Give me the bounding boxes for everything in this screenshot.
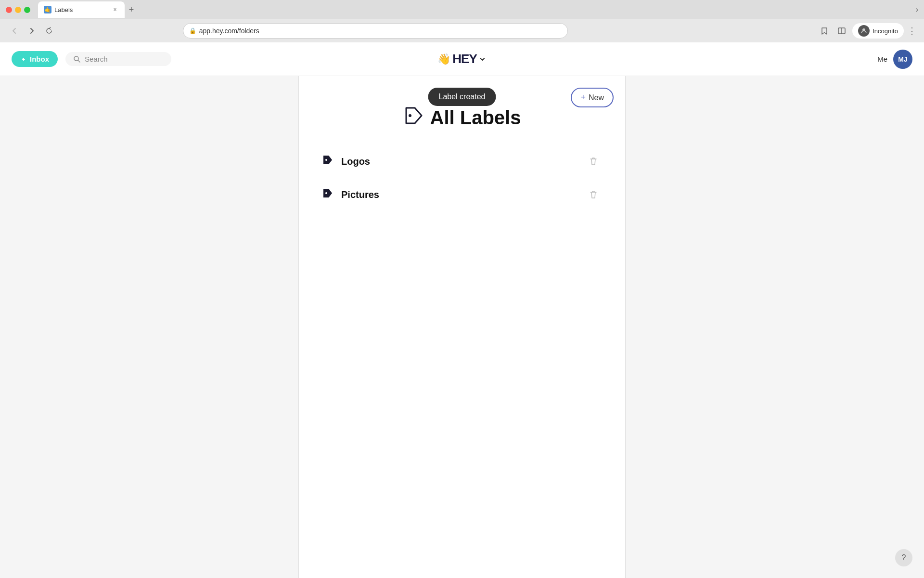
label-tag-icon-2 — [322, 187, 334, 202]
traffic-lights — [6, 7, 30, 13]
svg-line-4 — [78, 60, 80, 62]
browser-actions: Incognito ⋮ — [818, 23, 916, 39]
address-field[interactable]: 🔒 app.hey.com/folders — [183, 23, 568, 39]
browser-menu-button[interactable]: ⋮ — [908, 26, 916, 36]
content-panel: Label created + New All Labels — [298, 76, 626, 578]
new-tab-button[interactable]: + — [125, 3, 138, 16]
inbox-button[interactable]: Inbox — [12, 51, 58, 67]
tab-favicon-icon: 🤙 — [44, 6, 51, 13]
refresh-button[interactable] — [42, 24, 56, 38]
back-button[interactable] — [8, 24, 21, 38]
hey-logo: 👋 HEY — [437, 52, 486, 66]
label-item: Pictures — [322, 178, 602, 211]
help-button[interactable]: ? — [895, 549, 912, 566]
app-header: Inbox Search 👋 HEY Me MJ — [0, 42, 924, 76]
tab-overflow-icon: › — [916, 5, 918, 13]
tab-title: Labels — [54, 6, 108, 13]
hey-wave-icon: 👋 — [437, 53, 450, 66]
svg-point-5 — [409, 114, 411, 117]
delete-label-pictures-button[interactable] — [585, 186, 602, 203]
tab-bar: 🤙 Labels × + — [38, 1, 912, 18]
lock-icon: 🔒 — [189, 27, 196, 34]
labels-title-icon — [403, 105, 424, 131]
incognito-label: Incognito — [873, 27, 898, 35]
svg-point-6 — [325, 159, 327, 161]
label-icon — [403, 105, 424, 126]
close-window-button[interactable] — [6, 7, 12, 13]
forward-button[interactable] — [25, 24, 38, 38]
bookmark-button[interactable] — [818, 24, 831, 38]
main-area: Label created + New All Labels — [0, 76, 924, 578]
toast-message: Label created — [439, 92, 486, 101]
hey-logo-text: HEY — [452, 52, 476, 66]
label-tag-icon-1 — [322, 154, 334, 169]
split-view-button[interactable] — [835, 24, 848, 38]
page-title-section: All Labels — [299, 76, 625, 145]
page-title: All Labels — [430, 107, 521, 129]
label-item: Logos — [322, 145, 602, 178]
user-avatar[interactable]: MJ — [893, 50, 912, 69]
me-label: Me — [877, 55, 887, 63]
label-name-logos: Logos — [341, 156, 585, 167]
incognito-avatar — [858, 25, 870, 37]
tab-strip-right: › — [916, 5, 918, 14]
svg-point-7 — [325, 192, 327, 194]
tab-close-button[interactable]: × — [111, 6, 119, 13]
plus-icon: + — [580, 92, 586, 103]
browser-chrome: 🤙 Labels × + › 🔒 app.hey.com/folders — [0, 0, 924, 42]
address-bar: 🔒 app.hey.com/folders Incognito ⋮ — [0, 19, 924, 42]
search-placeholder: Search — [85, 55, 108, 63]
inbox-button-label: Inbox — [30, 55, 49, 63]
labels-list: Logos Pictures — [299, 145, 625, 211]
new-button-label: New — [589, 93, 604, 102]
logo-dropdown-icon[interactable] — [479, 55, 487, 63]
header-right: Me MJ — [877, 50, 912, 69]
maximize-window-button[interactable] — [24, 7, 30, 13]
delete-label-logos-button[interactable] — [585, 153, 602, 170]
minimize-window-button[interactable] — [15, 7, 21, 13]
incognito-user-button[interactable]: Incognito — [852, 23, 904, 39]
address-text: app.hey.com/folders — [199, 27, 562, 35]
search-icon — [73, 55, 81, 63]
toast-notification: Label created — [428, 88, 496, 106]
search-bar[interactable]: Search — [65, 52, 171, 66]
app-content: Inbox Search 👋 HEY Me MJ Label created + — [0, 42, 924, 578]
label-name-pictures: Pictures — [341, 189, 585, 200]
title-bar: 🤙 Labels × + › — [0, 0, 924, 19]
active-tab[interactable]: 🤙 Labels × — [38, 1, 125, 18]
new-label-button[interactable]: + New — [571, 88, 614, 107]
